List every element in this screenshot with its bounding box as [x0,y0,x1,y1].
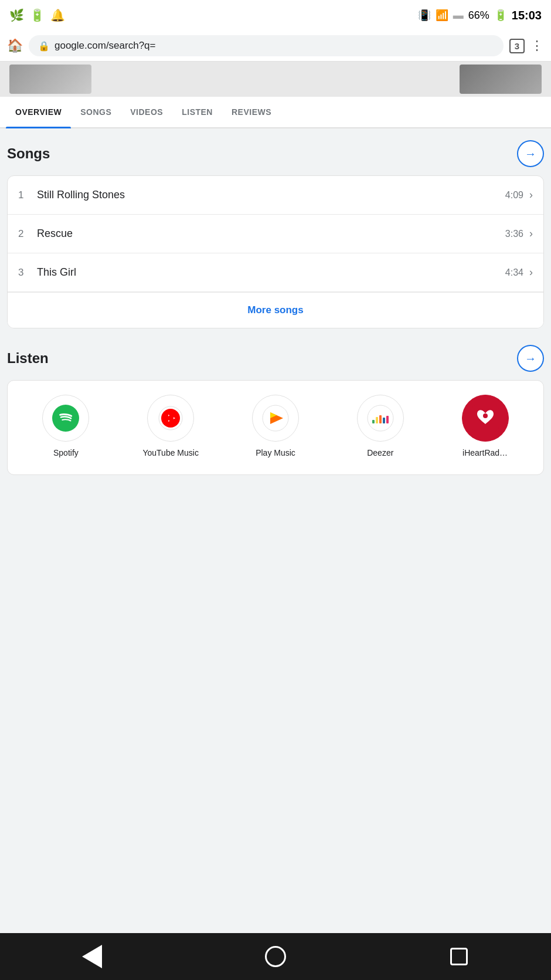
url-text: google.com/search?q= [55,40,155,52]
play-music-name: Play Music [256,447,295,458]
song-row-1[interactable]: 1 Still Rolling Stones 4:09 › [8,176,543,215]
deezer-icon [367,405,394,432]
nav-tabs: OVERVIEW SONGS VIDEOS LISTEN REVIEWS [0,97,551,128]
home-button[interactable] [252,939,299,974]
tab-videos[interactable]: VIDEOS [121,97,172,127]
spotify-logo [42,395,89,442]
bottom-navigation-bar [0,933,551,980]
song-chevron-3: › [529,266,533,279]
song-title-3: This Girl [37,266,505,279]
battery-percentage: 66% [468,9,489,22]
notification-icon-3: 🔔 [50,8,65,22]
song-chevron-1: › [529,189,533,201]
spotify-name: Spotify [53,447,79,458]
song-duration-1: 4:09 [505,190,523,201]
youtube-music-icon [157,405,184,432]
streaming-item-iheartradio[interactable]: iHeartRad… [433,395,538,458]
song-number-1: 1 [18,189,37,201]
back-icon [82,945,102,968]
top-images-strip [0,62,551,97]
listen-card: Spotify Y [7,380,544,475]
tab-overview[interactable]: OVERVIEW [6,97,71,127]
recents-button[interactable] [436,939,482,974]
listen-section-title: Listen [7,350,49,367]
streaming-services-list: Spotify Y [13,395,538,458]
status-bar-right: 📳 📶 ▬ 66% 🔋 15:03 [418,9,542,22]
status-bar-left-icons: 🌿 🔋 🔔 [9,8,65,22]
song-duration-3: 4:34 [505,267,523,278]
streaming-item-play-music[interactable]: Play Music [223,395,328,458]
recents-icon [450,948,468,965]
listen-arrow-icon: → [525,352,536,365]
svg-rect-13 [383,418,385,423]
url-bar[interactable]: 🔒 google.com/search?q= [29,35,504,56]
song-title-2: Rescue [37,228,505,240]
songs-card: 1 Still Rolling Stones 4:09 › 2 Rescue 3… [7,175,544,328]
songs-section-header: Songs → [7,140,544,167]
svg-rect-11 [376,417,378,423]
streaming-item-youtube-music[interactable]: YouTube Music [118,395,223,458]
tab-count-badge[interactable]: 3 [509,39,525,53]
iheartradio-logo [462,395,509,442]
song-number-3: 3 [18,267,37,279]
deezer-name: Deezer [367,447,393,458]
status-bar: 🌿 🔋 🔔 📳 📶 ▬ 66% 🔋 15:03 [0,0,551,30]
tab-listen[interactable]: LISTEN [172,97,222,127]
song-row-3[interactable]: 3 This Girl 4:34 › [8,253,543,292]
deezer-logo [357,395,404,442]
svg-point-5 [168,415,174,421]
song-duration-2: 3:36 [505,229,523,239]
listen-section-header: Listen → [7,345,544,372]
browser-bar: 🏠 🔒 google.com/search?q= 3 ⋮ [0,30,551,62]
listen-section: Listen → Spotify [7,345,544,475]
more-options-icon[interactable]: ⋮ [530,38,544,53]
notification-icon-1: 🌿 [9,8,24,22]
tab-reviews[interactable]: REVIEWS [222,97,281,127]
home-icon [265,946,286,967]
svg-point-0 [52,405,79,432]
notification-icon-2: 🔋 [30,8,45,22]
svg-point-16 [483,413,488,418]
youtube-music-name: YouTube Music [142,447,198,458]
song-chevron-2: › [529,228,533,240]
album-image-left [9,65,91,94]
streaming-item-spotify[interactable]: Spotify [13,395,118,458]
song-title-1: Still Rolling Stones [37,189,505,201]
lock-icon: 🔒 [38,40,50,52]
main-content: Songs → 1 Still Rolling Stones 4:09 › 2 … [0,128,551,540]
tab-songs[interactable]: SONGS [71,97,121,127]
songs-arrow-icon: → [525,147,536,161]
album-image-right [460,65,542,94]
vibrate-icon: 📳 [418,9,431,22]
more-songs-button[interactable]: More songs [8,292,543,328]
svg-rect-14 [386,416,389,423]
song-number-2: 2 [18,228,37,240]
spotify-icon [52,405,79,432]
songs-section-title: Songs [7,145,50,162]
listen-arrow-button[interactable]: → [517,345,544,372]
streaming-item-deezer[interactable]: Deezer [328,395,433,458]
signal-icon: ▬ [453,9,464,22]
iheartradio-name: iHeartRad… [462,447,508,458]
iheartradio-icon [472,405,499,432]
clock: 15:03 [512,9,542,22]
wifi-icon: 📶 [436,9,448,22]
back-button[interactable] [69,939,115,974]
song-row-2[interactable]: 2 Rescue 3:36 › [8,215,543,253]
battery-icon: 🔋 [494,9,507,22]
songs-arrow-button[interactable]: → [517,140,544,167]
svg-rect-10 [372,420,375,423]
youtube-music-logo [147,395,194,442]
play-music-icon [262,405,289,432]
svg-rect-12 [379,415,382,423]
browser-home-button[interactable]: 🏠 [7,38,23,53]
play-music-logo [252,395,299,442]
